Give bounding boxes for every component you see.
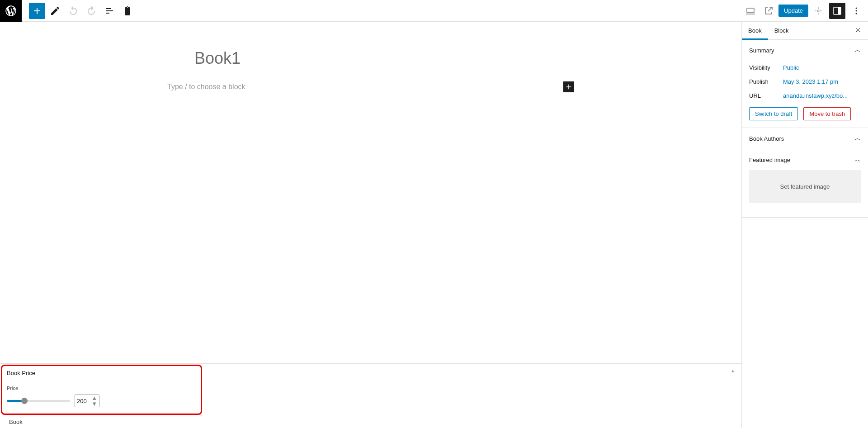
svg-point-6 [856, 13, 857, 14]
close-icon [854, 26, 862, 33]
external-link-icon [763, 5, 774, 16]
number-spinners[interactable]: ▲ ▼ [91, 395, 97, 407]
price-value: 200 [77, 398, 91, 404]
price-number-input[interactable]: 200 ▲ ▼ [75, 395, 99, 407]
block-inserter-toggle[interactable] [29, 3, 45, 19]
collapse-meta-panel[interactable]: ▲ [731, 368, 735, 373]
wordpress-icon [5, 5, 17, 17]
options-menu-button[interactable] [848, 3, 864, 19]
spinner-down-icon: ▼ [91, 401, 97, 407]
editor-area: Book1 Type / to choose a block ▲ Book Pr… [0, 22, 741, 428]
chevron-up-icon: ︿ [854, 156, 861, 164]
url-label: URL [749, 92, 783, 99]
featured-image-title: Featured image [749, 157, 790, 163]
summary-title: Summary [749, 47, 774, 54]
post-title[interactable]: Book1 [194, 49, 547, 68]
redo-button[interactable] [83, 3, 99, 19]
price-controls: 200 ▲ ▼ [7, 395, 196, 407]
preview-button[interactable] [760, 3, 777, 19]
book-authors-title: Book Authors [749, 135, 784, 142]
chevron-up-icon: ︿ [854, 134, 861, 143]
block-placeholder-text[interactable]: Type / to choose a block [167, 83, 245, 91]
kebab-icon [851, 5, 862, 16]
view-button[interactable] [742, 3, 759, 19]
tab-block[interactable]: Block [768, 22, 795, 39]
details-button[interactable] [119, 3, 136, 19]
redo-icon [86, 5, 97, 16]
url-row: URL ananda.instawp.xyz/bo... [749, 89, 861, 103]
main-layout: Book1 Type / to choose a block ▲ Book Pr… [0, 22, 868, 428]
puzzle-icon [813, 5, 824, 16]
clipboard-icon [122, 5, 133, 16]
svg-point-5 [856, 10, 857, 11]
sidebar-panel-icon [832, 5, 843, 16]
editor-canvas: Book1 Type / to choose a block [0, 22, 741, 363]
tab-post[interactable]: Book [742, 22, 768, 39]
pencil-icon [50, 5, 61, 16]
featured-image-header[interactable]: Featured image ︿ [742, 149, 868, 170]
visibility-value[interactable]: Public [783, 64, 799, 71]
book-authors-header[interactable]: Book Authors ︿ [742, 128, 868, 149]
wordpress-logo[interactable] [0, 0, 22, 22]
slider-thumb [21, 398, 28, 404]
undo-button[interactable] [65, 3, 81, 19]
summary-panel: Summary ︿ Visibility Public Publish May … [742, 40, 868, 128]
toolbar-left-group [0, 0, 137, 21]
price-slider[interactable] [7, 396, 70, 405]
book-price-title: Book Price [7, 370, 196, 376]
set-featured-image-button[interactable]: Set featured image [749, 170, 861, 203]
summary-body: Visibility Public Publish May 3, 2023 1:… [742, 61, 868, 128]
toolbar-right-group: Update [742, 3, 868, 19]
list-icon [104, 5, 115, 16]
document-overview-button[interactable] [101, 3, 118, 19]
undo-icon [68, 5, 79, 16]
settings-sidebar-toggle[interactable] [829, 3, 845, 19]
book-price-section: Book Price Price 200 ▲ ▼ [1, 365, 202, 415]
book-authors-panel: Book Authors ︿ [742, 128, 868, 149]
chevron-up-icon: ︿ [854, 46, 861, 54]
move-to-trash-button[interactable]: Move to trash [803, 107, 851, 120]
featured-image-panel: Featured image ︿ Set featured image [742, 149, 868, 218]
settings-sidebar: Book Block Summary ︿ Visibility Public P… [741, 22, 868, 428]
featured-image-body: Set featured image [742, 170, 868, 217]
title-area: Book1 [167, 49, 574, 68]
summary-header[interactable]: Summary ︿ [742, 40, 868, 61]
sidebar-tabs: Book Block [742, 22, 868, 40]
publish-value[interactable]: May 3, 2023 1:17 pm [783, 78, 838, 85]
svg-point-1 [817, 10, 819, 12]
plus-icon [32, 5, 42, 16]
price-field-label: Price [7, 385, 196, 391]
laptop-icon [745, 5, 756, 16]
visibility-label: Visibility [749, 64, 783, 71]
top-toolbar: Update [0, 0, 868, 22]
publish-row: Publish May 3, 2023 1:17 pm [749, 75, 861, 89]
summary-actions: Switch to draft Move to trash [749, 107, 861, 120]
meta-fields-panel: ▲ Book Price Price 200 ▲ ▼ [0, 363, 741, 428]
switch-to-draft-button[interactable]: Switch to draft [749, 107, 798, 120]
jetpack-button[interactable] [810, 3, 826, 19]
publish-label: Publish [749, 78, 783, 85]
update-button[interactable]: Update [778, 5, 808, 17]
svg-point-4 [856, 7, 857, 9]
svg-rect-3 [838, 7, 841, 14]
plus-icon [565, 83, 573, 91]
tools-button[interactable] [47, 3, 63, 19]
add-block-button[interactable] [563, 81, 574, 92]
empty-block-row: Type / to choose a block [167, 81, 574, 92]
visibility-row: Visibility Public [749, 61, 861, 75]
svg-rect-0 [747, 8, 754, 13]
url-value[interactable]: ananda.instawp.xyz/bo... [783, 92, 848, 99]
close-sidebar-button[interactable] [848, 22, 868, 39]
block-breadcrumb[interactable]: Book [0, 416, 741, 428]
